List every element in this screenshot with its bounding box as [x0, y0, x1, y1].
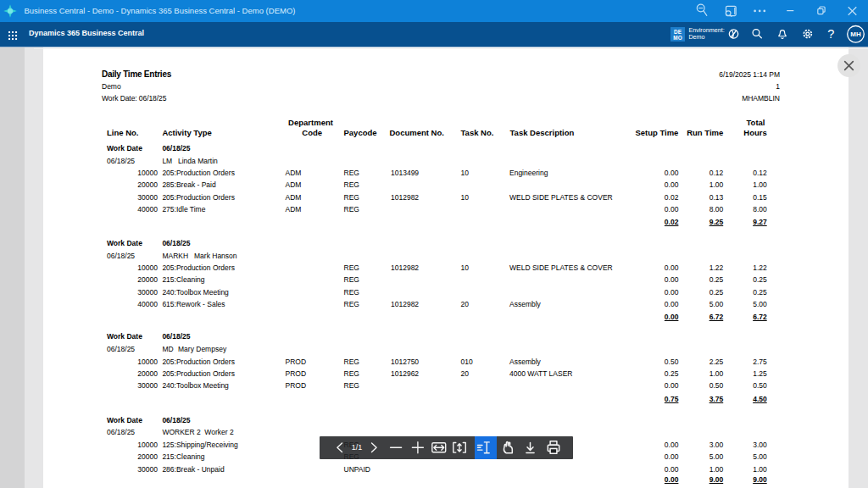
svg-text:?: ? — [827, 27, 834, 41]
svg-text:MH: MH — [850, 30, 861, 38]
